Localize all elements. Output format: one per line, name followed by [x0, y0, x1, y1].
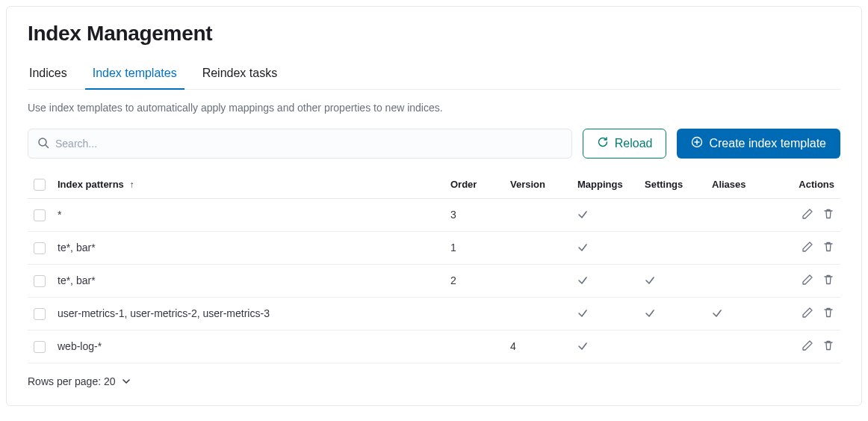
- cell-mappings: [571, 231, 639, 264]
- cell-patterns: user-metrics-1, user-metrics-2, user-met…: [52, 297, 444, 330]
- cell-actions: [773, 264, 840, 297]
- cell-mappings: [571, 297, 639, 330]
- cell-version: [504, 264, 571, 297]
- page-description: Use index templates to automatically app…: [28, 102, 840, 114]
- cell-version: [504, 231, 571, 264]
- cell-patterns: *: [52, 198, 444, 231]
- cell-mappings: [571, 330, 639, 363]
- check-icon: [712, 308, 767, 319]
- row-checkbox[interactable]: [34, 308, 46, 320]
- templates-table: Index patterns ↑ Order Version Mappings …: [28, 172, 840, 363]
- cell-settings: [639, 198, 706, 231]
- edit-icon[interactable]: [802, 339, 813, 351]
- cell-version: 4: [504, 330, 571, 363]
- cell-settings: [639, 264, 706, 297]
- col-header-patterns[interactable]: Index patterns ↑: [52, 172, 444, 198]
- check-icon: [577, 209, 633, 220]
- svg-line-1: [46, 145, 49, 148]
- trash-icon[interactable]: [822, 339, 834, 351]
- cell-order: 2: [444, 264, 504, 297]
- pagination[interactable]: Rows per page: 20: [28, 363, 840, 387]
- reload-button[interactable]: Reload: [583, 129, 667, 159]
- edit-icon[interactable]: [802, 241, 813, 253]
- cell-settings: [639, 231, 706, 264]
- table-row: *3: [28, 198, 840, 231]
- search-input[interactable]: [55, 138, 562, 150]
- cell-settings: [639, 297, 706, 330]
- cell-actions: [773, 198, 840, 231]
- table-row: te*, bar*2: [28, 264, 840, 297]
- cell-aliases: [706, 231, 773, 264]
- col-header-settings[interactable]: Settings: [639, 172, 706, 198]
- cell-patterns: web-log-*: [52, 330, 444, 363]
- toolbar: Reload Create index template: [28, 129, 840, 159]
- cell-version: [504, 198, 571, 231]
- col-header-version[interactable]: Version: [504, 172, 571, 198]
- check-icon: [577, 341, 633, 351]
- cell-settings: [639, 330, 706, 363]
- tab-index-templates[interactable]: Index templates: [91, 59, 179, 89]
- trash-icon[interactable]: [822, 208, 834, 220]
- cell-aliases: [706, 264, 773, 297]
- refresh-icon: [597, 136, 609, 151]
- cell-aliases: [706, 198, 773, 231]
- cell-version: [504, 297, 571, 330]
- tab-reindex-tasks[interactable]: Reindex tasks: [201, 59, 279, 89]
- col-header-actions: Actions: [773, 172, 840, 198]
- trash-icon[interactable]: [822, 307, 834, 319]
- cell-patterns: te*, bar*: [52, 264, 444, 297]
- chevron-down-icon: [122, 377, 131, 386]
- check-icon: [645, 308, 700, 319]
- edit-icon[interactable]: [802, 274, 813, 286]
- index-management-panel: Index Management Indices Index templates…: [6, 6, 862, 406]
- search-icon: [37, 137, 49, 151]
- cell-mappings: [571, 198, 639, 231]
- table-row: te*, bar*1: [28, 231, 840, 264]
- cell-aliases: [706, 330, 773, 363]
- cell-order: 3: [444, 198, 504, 231]
- cell-order: [444, 330, 504, 363]
- check-icon: [577, 275, 633, 286]
- cell-mappings: [571, 264, 639, 297]
- cell-actions: [773, 231, 840, 264]
- row-checkbox[interactable]: [34, 242, 46, 254]
- col-header-aliases[interactable]: Aliases: [706, 172, 773, 198]
- cell-patterns: te*, bar*: [52, 231, 444, 264]
- tabs: Indices Index templates Reindex tasks: [28, 59, 840, 90]
- cell-actions: [773, 297, 840, 330]
- edit-icon[interactable]: [802, 208, 813, 220]
- col-header-mappings[interactable]: Mappings: [571, 172, 639, 198]
- search-field-wrap[interactable]: [28, 129, 572, 159]
- row-checkbox[interactable]: [34, 341, 46, 353]
- check-icon: [577, 242, 633, 253]
- cell-actions: [773, 330, 840, 363]
- create-label: Create index template: [709, 137, 826, 150]
- check-icon: [577, 308, 633, 319]
- reload-label: Reload: [615, 137, 653, 150]
- rows-per-page-label: Rows per page: 20: [28, 375, 116, 387]
- col-header-order[interactable]: Order: [444, 172, 504, 198]
- check-icon: [645, 275, 700, 286]
- row-checkbox[interactable]: [34, 275, 46, 287]
- plus-circle-icon: [691, 136, 703, 151]
- cell-order: [444, 297, 504, 330]
- cell-aliases: [706, 297, 773, 330]
- page-title: Index Management: [28, 22, 840, 46]
- select-all-checkbox[interactable]: [34, 179, 46, 191]
- tab-indices[interactable]: Indices: [28, 59, 69, 89]
- create-index-template-button[interactable]: Create index template: [677, 129, 840, 159]
- table-row: web-log-*4: [28, 330, 840, 363]
- row-checkbox[interactable]: [34, 209, 46, 221]
- sort-asc-icon: ↑: [129, 179, 134, 190]
- trash-icon[interactable]: [822, 241, 834, 253]
- trash-icon[interactable]: [822, 274, 834, 286]
- cell-order: 1: [444, 231, 504, 264]
- edit-icon[interactable]: [802, 307, 813, 319]
- table-row: user-metrics-1, user-metrics-2, user-met…: [28, 297, 840, 330]
